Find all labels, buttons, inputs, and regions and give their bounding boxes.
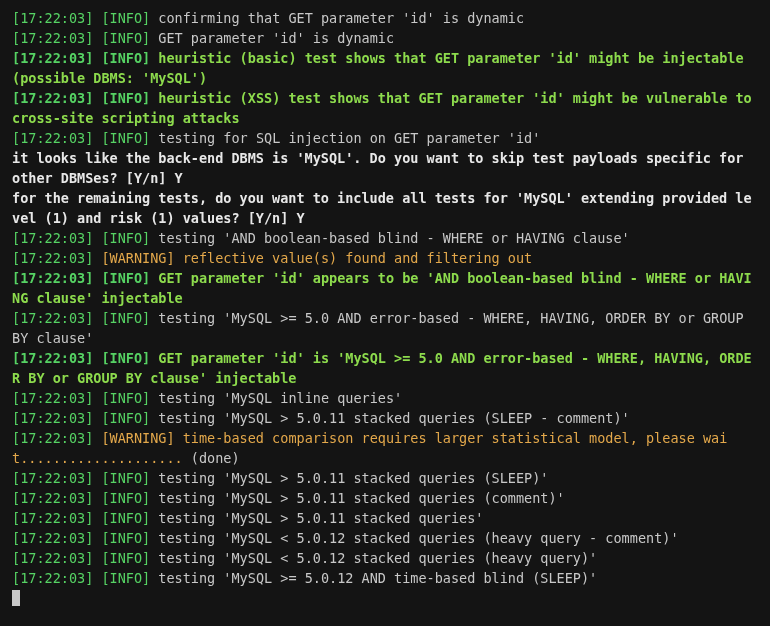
terminal-output: [17:22:03] [INFO] confirming that GET pa…: [12, 8, 758, 588]
log-timestamp: [17:22:03]: [12, 490, 93, 506]
log-message: testing 'MySQL > 5.0.11 stacked queries': [158, 510, 483, 526]
log-line: [17:22:03] [INFO] testing 'MySQL > 5.0.1…: [12, 488, 758, 508]
log-message: testing 'MySQL > 5.0.11 stacked queries …: [158, 410, 629, 426]
log-line: [17:22:03] [INFO] testing 'MySQL > 5.0.1…: [12, 508, 758, 528]
log-timestamp: [17:22:03]: [12, 510, 93, 526]
log-level: [INFO]: [101, 570, 150, 586]
log-timestamp: [17:22:03]: [12, 350, 93, 366]
log-message: testing 'MySQL < 5.0.12 stacked queries …: [158, 550, 597, 566]
log-line: [17:22:03] [INFO] testing 'MySQL >= 5.0 …: [12, 308, 758, 348]
log-line: [17:22:03] [INFO] testing 'MySQL < 5.0.1…: [12, 528, 758, 548]
log-level: [INFO]: [101, 50, 150, 66]
log-line: [17:22:03] [INFO] GET parameter 'id' app…: [12, 268, 758, 308]
log-level: [INFO]: [101, 510, 150, 526]
log-timestamp: [17:22:03]: [12, 570, 93, 586]
log-message: testing 'AND boolean-based blind - WHERE…: [158, 230, 629, 246]
log-level: [INFO]: [101, 550, 150, 566]
log-level: [INFO]: [101, 490, 150, 506]
log-message: it looks like the back-end DBMS is 'MySQ…: [12, 150, 752, 186]
log-line: it looks like the back-end DBMS is 'MySQ…: [12, 148, 758, 188]
log-timestamp: [17:22:03]: [12, 230, 93, 246]
log-timestamp: [17:22:03]: [12, 250, 93, 266]
log-level: [INFO]: [101, 410, 150, 426]
log-timestamp: [17:22:03]: [12, 550, 93, 566]
log-level: [WARNING]: [101, 430, 174, 446]
log-timestamp: [17:22:03]: [12, 410, 93, 426]
log-line: [17:22:03] [INFO] testing for SQL inject…: [12, 128, 758, 148]
log-line: [17:22:03] [WARNING] reflective value(s)…: [12, 248, 758, 268]
log-message: testing 'MySQL > 5.0.11 stacked queries …: [158, 470, 548, 486]
log-line: [17:22:03] [INFO] heuristic (basic) test…: [12, 48, 758, 88]
log-level: [INFO]: [101, 130, 150, 146]
log-line: [17:22:03] [INFO] testing 'MySQL >= 5.0.…: [12, 568, 758, 588]
log-level: [INFO]: [101, 530, 150, 546]
log-line: [17:22:03] [WARNING] time-based comparis…: [12, 428, 758, 468]
log-timestamp: [17:22:03]: [12, 30, 93, 46]
log-line: [17:22:03] [INFO] testing 'MySQL > 5.0.1…: [12, 468, 758, 488]
log-timestamp: [17:22:03]: [12, 270, 93, 286]
log-message: for the remaining tests, do you want to …: [12, 190, 752, 226]
log-level: [WARNING]: [101, 250, 174, 266]
log-line: [17:22:03] [INFO] confirming that GET pa…: [12, 8, 758, 28]
log-line: [17:22:03] [INFO] GET parameter 'id' is …: [12, 348, 758, 388]
log-message: testing 'MySQL inline queries': [158, 390, 402, 406]
log-timestamp: [17:22:03]: [12, 10, 93, 26]
log-timestamp: [17:22:03]: [12, 310, 93, 326]
log-line: [17:22:03] [INFO] testing 'MySQL > 5.0.1…: [12, 408, 758, 428]
log-level: [INFO]: [101, 90, 150, 106]
log-line: for the remaining tests, do you want to …: [12, 188, 758, 228]
log-message: reflective value(s) found and filtering …: [183, 250, 533, 266]
log-level: [INFO]: [101, 270, 150, 286]
log-timestamp: [17:22:03]: [12, 90, 93, 106]
log-line: [17:22:03] [INFO] testing 'MySQL < 5.0.1…: [12, 548, 758, 568]
cursor: [12, 590, 20, 606]
log-timestamp: [17:22:03]: [12, 130, 93, 146]
log-level: [INFO]: [101, 30, 150, 46]
log-message: testing 'MySQL >= 5.0.12 AND time-based …: [158, 570, 597, 586]
log-level: [INFO]: [101, 470, 150, 486]
log-line: [17:22:03] [INFO] testing 'MySQL inline …: [12, 388, 758, 408]
log-timestamp: [17:22:03]: [12, 390, 93, 406]
log-message: GET parameter 'id' is dynamic: [158, 30, 394, 46]
log-timestamp: [17:22:03]: [12, 430, 93, 446]
log-timestamp: [17:22:03]: [12, 530, 93, 546]
log-message: confirming that GET parameter 'id' is dy…: [158, 10, 524, 26]
log-line: [17:22:03] [INFO] heuristic (XSS) test s…: [12, 88, 758, 128]
log-timestamp: [17:22:03]: [12, 50, 93, 66]
log-level: [INFO]: [101, 230, 150, 246]
log-message: testing 'MySQL > 5.0.11 stacked queries …: [158, 490, 564, 506]
log-message: testing 'MySQL < 5.0.12 stacked queries …: [158, 530, 678, 546]
log-line: [17:22:03] [INFO] testing 'AND boolean-b…: [12, 228, 758, 248]
log-message-tail: (done): [183, 450, 240, 466]
log-level: [INFO]: [101, 350, 150, 366]
log-level: [INFO]: [101, 310, 150, 326]
log-timestamp: [17:22:03]: [12, 470, 93, 486]
log-line: [17:22:03] [INFO] GET parameter 'id' is …: [12, 28, 758, 48]
log-level: [INFO]: [101, 390, 150, 406]
log-message: testing for SQL injection on GET paramet…: [158, 130, 540, 146]
log-level: [INFO]: [101, 10, 150, 26]
